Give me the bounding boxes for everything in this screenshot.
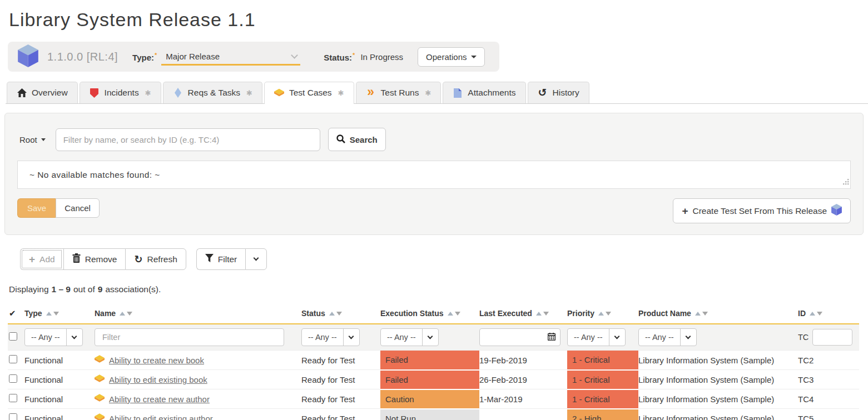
no-matches-message: ~ No available matches found: ~ [29,170,160,180]
chevron-down-icon [422,329,438,346]
id-cell: TC5 [798,409,859,420]
row-checkbox[interactable] [9,413,17,420]
id-prefix-label: TC [798,333,809,342]
table-row[interactable]: Functional Ability to create new book Re… [8,351,859,370]
column-header-id[interactable]: ID [798,303,859,324]
table-row[interactable]: Functional Ability to edit existing book… [8,370,859,389]
sort-asc-icon [810,312,815,316]
sort-desc-icon [127,312,132,316]
refresh-icon: ↻ [134,256,142,263]
select-all-checkmark-icon[interactable]: ✔ [9,308,16,318]
plus-icon: + [29,256,35,263]
test-case-link[interactable]: Ability to create new author [109,394,210,404]
page-title: Library System Release 1.1 [9,9,868,31]
status-filter-select[interactable]: -- Any -- [301,328,360,346]
id-filter-input[interactable] [812,329,852,346]
tab-test-runs[interactable]: » Test Runs ✱ [356,82,442,103]
release-cube-icon [18,44,38,69]
column-header-execution-status[interactable]: Execution Status [380,303,479,324]
column-header-last-executed[interactable]: Last Executed [479,303,567,324]
product-name-cell: Library Information System (Sample) [638,389,798,409]
required-star-icon: * [155,52,157,58]
row-checkbox[interactable] [9,394,17,402]
type-label: Type:* [132,52,157,62]
type-cell: Functional [24,409,95,420]
chevron-down-icon [254,256,259,261]
search-button[interactable]: Search [328,128,386,151]
sort-icons[interactable] [536,312,549,316]
sort-icons[interactable] [810,312,822,316]
type-value: Major Release [166,52,220,61]
filter-menu-caret-button[interactable] [245,248,267,270]
tab-overview[interactable]: Overview [7,82,78,103]
type-cell: Functional [24,389,95,409]
filter-button[interactable]: Filter [196,248,245,270]
execution-status-cell: Not Run [380,409,479,420]
cancel-button[interactable]: Cancel [56,198,100,218]
type-filter-select[interactable]: -- Any -- [24,328,83,346]
tab-reqs-tasks[interactable]: Reqs & Tasks ✱ [163,82,262,103]
sort-icons[interactable] [46,312,59,316]
sort-icons[interactable] [598,312,611,316]
select-all-checkbox[interactable] [9,332,17,341]
status-cell: Ready for Test [301,389,380,409]
column-header-type[interactable]: Type [24,303,95,324]
status-label: Status:* [324,52,355,62]
execution-status-cell: Failed [380,370,479,389]
tab-attachments[interactable]: Attachments [443,82,525,103]
tab-test-cases[interactable]: Test Cases ✱ [264,82,354,103]
sort-icons[interactable] [120,312,132,316]
attachment-file-icon [453,88,463,98]
remove-button[interactable]: Remove [63,248,126,270]
tab-bar: Overview Incidents ✱ Reqs & Tasks ✱ Test… [6,82,868,104]
calendar-icon[interactable] [548,333,555,342]
chevron-down-icon [680,329,696,346]
sort-icons[interactable] [695,312,708,316]
product-filter-select[interactable]: -- Any -- [638,328,697,346]
name-filter-input[interactable] [95,328,284,346]
add-button[interactable]: + Add [20,248,63,270]
filter-row: -- Any -- -- Any -- -- Any -- -- Any -- … [8,324,859,351]
sort-icons[interactable] [448,312,460,316]
type-select[interactable]: Major Release [161,48,300,66]
id-cell: TC2 [798,351,859,370]
column-header-product-name[interactable]: Product Name [638,303,798,324]
test-case-cube-icon [274,88,284,98]
execution-status-cell: Failed [380,351,479,370]
product-name-cell: Library Information System (Sample) [638,351,798,370]
sort-desc-icon [702,312,708,316]
search-input[interactable] [56,128,320,151]
filter-split-button: Filter [196,248,267,270]
operations-button[interactable]: Operations [418,47,485,67]
test-case-cube-icon [95,413,105,420]
column-header-priority[interactable]: Priority [567,303,638,324]
resize-grip-icon[interactable] [842,177,849,187]
test-case-link[interactable]: Ability to create new book [109,356,204,365]
row-checkbox[interactable] [9,374,17,383]
column-header-status[interactable]: Status [301,303,380,324]
sort-desc-icon [817,312,822,316]
tab-incidents[interactable]: Incidents ✱ [80,82,161,103]
summary-range: 1 – 9 [52,284,71,294]
chevron-down-icon [291,52,298,59]
test-case-link[interactable]: Ability to edit existing author [109,414,213,420]
execution-status-filter-select[interactable]: -- Any -- [380,328,439,346]
priority-filter-select[interactable]: -- Any -- [567,328,626,346]
sort-icons[interactable] [329,312,342,316]
table-row[interactable]: Functional Ability to create new author … [8,389,859,409]
row-checkbox[interactable] [9,355,17,363]
table-row[interactable]: Functional Ability to edit existing auth… [8,409,859,420]
tab-history[interactable]: ↺ History [528,82,589,103]
product-name-cell: Library Information System (Sample) [638,409,798,420]
test-case-link[interactable]: Ability to edit existing book [109,375,207,384]
save-button[interactable]: Save [17,198,56,218]
create-test-set-button[interactable]: + Create Test Set From This Release [673,198,851,223]
sort-asc-icon [329,312,335,316]
column-header-name[interactable]: Name [95,303,301,324]
scope-dropdown[interactable]: Root [17,135,48,144]
release-cube-icon [831,204,842,218]
date-input[interactable] [482,329,548,346]
last-executed-date-filter[interactable] [479,328,561,346]
refresh-button[interactable]: ↻ Refresh [125,248,186,270]
last-executed-cell [479,409,567,420]
